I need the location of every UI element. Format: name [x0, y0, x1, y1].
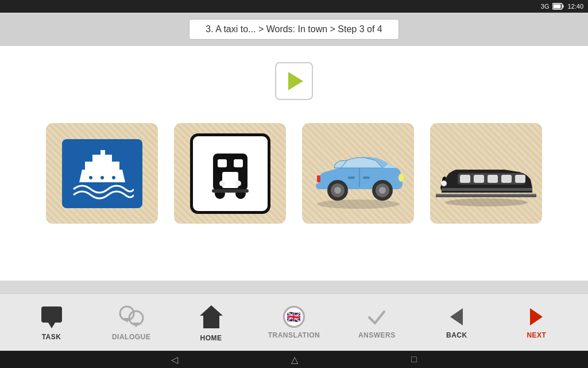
svg-rect-12 [222, 172, 238, 188]
translation-icon: 🇬🇧 [283, 306, 305, 328]
play-button[interactable] [275, 62, 313, 100]
signal-indicator: 3G [541, 3, 550, 10]
main-content [0, 46, 588, 281]
svg-point-24 [334, 187, 341, 194]
card-speed-train[interactable] [430, 123, 542, 224]
task-label: TASK [42, 333, 61, 341]
train-sign-box [190, 133, 270, 214]
svg-point-8 [112, 176, 115, 179]
svg-marker-48 [450, 308, 463, 325]
play-icon [288, 72, 303, 90]
recents-system-btn[interactable]: □ [411, 354, 417, 365]
dialogue-icon [119, 304, 144, 329]
answers-icon [366, 306, 388, 328]
translation-label: TRANSLATION [268, 331, 320, 339]
card-ferry[interactable] [46, 123, 158, 224]
svg-rect-2 [554, 5, 561, 9]
svg-rect-35 [474, 175, 484, 183]
svg-rect-40 [442, 188, 532, 191]
card-train-sign[interactable] [174, 123, 286, 224]
svg-marker-47 [200, 305, 223, 328]
svg-rect-10 [218, 159, 227, 167]
home-icon [199, 303, 224, 331]
nav-next[interactable]: NEXT [513, 306, 559, 339]
svg-rect-29 [317, 175, 320, 182]
svg-rect-21 [363, 177, 370, 179]
back-label: BACK [446, 331, 467, 339]
breadcrumb: 3. A taxi to... > Words: In town > Step … [189, 19, 399, 40]
svg-point-30 [445, 198, 528, 206]
svg-point-7 [100, 176, 104, 179]
system-nav: ◁ △ □ [0, 351, 588, 368]
svg-rect-32 [436, 194, 536, 195]
nav-dialogue[interactable]: DIALOGUE [109, 304, 154, 341]
svg-rect-38 [515, 175, 525, 183]
home-label: HOME [200, 334, 222, 342]
nav-translation[interactable]: 🇬🇧 TRANSLATION [268, 306, 320, 339]
svg-point-18 [317, 200, 400, 209]
ferry-icon [71, 148, 134, 200]
svg-rect-37 [501, 175, 512, 183]
status-bar: 3G 12:40 [0, 0, 588, 13]
dialogue-label: DIALOGUE [112, 333, 150, 341]
back-icon [446, 306, 467, 328]
breadcrumb-bar: 3. A taxi to... > Words: In town > Step … [0, 13, 588, 46]
svg-marker-42 [48, 323, 55, 328]
train-sign-icon [202, 142, 259, 205]
svg-rect-4 [92, 155, 112, 163]
svg-rect-1 [563, 5, 564, 8]
card-car[interactable] [302, 123, 414, 224]
nav-task[interactable]: TASK [29, 304, 75, 341]
nav-answers[interactable]: ANSWERS [354, 306, 400, 339]
battery-icon [552, 3, 564, 10]
svg-point-15 [219, 181, 225, 186]
svg-point-28 [399, 174, 404, 182]
ferry-sign [62, 139, 142, 208]
svg-rect-36 [488, 175, 498, 183]
bottom-nav: TASK DIALOGUE HOME 🇬🇧 TRANSLATION ANSWER… [0, 293, 588, 351]
svg-point-39 [441, 181, 447, 186]
cards-row [46, 123, 542, 224]
next-icon [525, 306, 547, 328]
nav-back[interactable]: BACK [434, 306, 479, 339]
svg-rect-20 [348, 177, 355, 179]
svg-rect-5 [100, 150, 105, 156]
svg-rect-11 [234, 159, 243, 167]
svg-marker-49 [530, 308, 543, 325]
svg-rect-41 [41, 306, 62, 323]
svg-point-16 [235, 181, 241, 186]
svg-rect-34 [460, 175, 470, 183]
task-icon [39, 304, 64, 329]
back-system-btn[interactable]: ◁ [171, 354, 178, 365]
speed-train-icon [436, 136, 536, 211]
svg-point-6 [89, 176, 92, 179]
svg-point-27 [379, 187, 386, 194]
clock: 12:40 [567, 3, 583, 10]
nav-home[interactable]: HOME [188, 303, 234, 342]
svg-rect-3 [85, 162, 119, 171]
home-system-btn[interactable]: △ [291, 354, 298, 365]
car-icon [308, 136, 408, 211]
answers-label: ANSWERS [358, 331, 396, 339]
breadcrumb-text: 3. A taxi to... > Words: In town > Step … [206, 24, 382, 34]
next-label: NEXT [527, 331, 546, 339]
svg-rect-17 [212, 189, 249, 193]
